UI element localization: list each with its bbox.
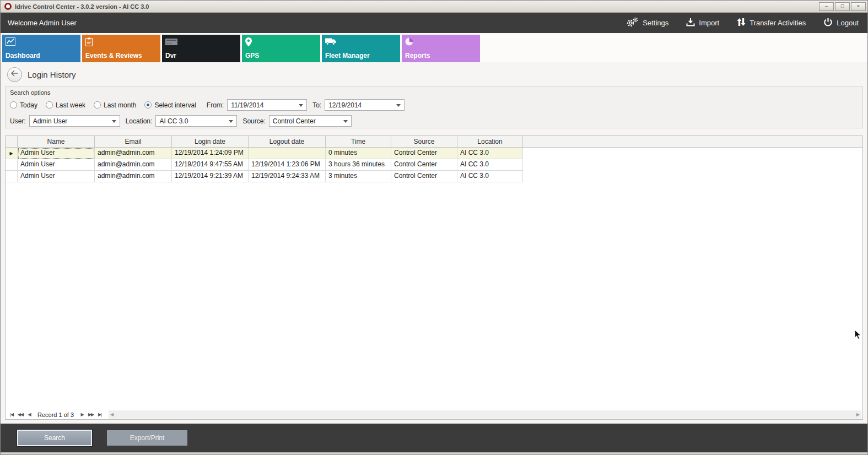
cell-logout-date[interactable]: 12/19/2014 1:23:06 PM [249,159,326,171]
user-dropdown[interactable]: Admin User [29,115,120,127]
source-dropdown[interactable]: Control Center [269,115,352,127]
column-header-logout-date[interactable]: Logout date [249,136,326,147]
tile-reports-label: Reports [405,52,430,59]
horizontal-scrollbar[interactable]: ◀ ▶ [109,410,861,419]
maximize-button[interactable]: □ [835,2,850,11]
tile-gps-label: GPS [245,52,259,59]
cell-source[interactable]: Control Center [391,171,457,182]
cell-login-date[interactable]: 12/19/2014 9:47:55 AM [172,159,249,171]
to-label: To: [312,101,321,109]
radio-last-month[interactable]: Last month [94,101,136,109]
radio-select-interval[interactable]: Select interval [144,101,196,109]
settings-button[interactable]: Settings [626,17,668,29]
close-button[interactable]: × [851,2,866,11]
radio-last-week-circle[interactable] [46,101,53,109]
transfer-activities-button[interactable]: Transfer Activities [737,18,806,28]
grid-empty-area [6,182,862,410]
column-header-name[interactable]: Name [18,136,95,147]
truck-icon [325,37,337,47]
back-button[interactable] [7,67,22,82]
window-title: Idrive Control Center - 3.0.2 version - … [15,3,149,10]
from-label: From: [207,101,224,109]
map-pin-icon [245,37,252,49]
source-label: Source: [242,117,265,125]
record-count-label: Record 1 of 3 [37,411,74,418]
tile-dvr[interactable]: Dvr [162,35,240,62]
tile-dvr-label: Dvr [165,52,176,59]
cell-login-date[interactable]: 12/19/2014 1:24:09 PM [172,148,249,159]
cell-logout-date[interactable]: 12/19/2014 9:24:33 AM [249,171,326,182]
export-print-button[interactable]: Export/Print [107,430,187,446]
settings-label: Settings [643,19,668,27]
gear-icon [626,17,639,29]
cell-source[interactable]: Control Center [391,159,457,171]
tile-reports[interactable]: Reports [402,35,480,62]
cell-time[interactable]: 3 hours 36 minutes [326,159,391,171]
prev-record-button[interactable]: ◀ [25,410,34,419]
row-filler [523,148,862,159]
next-page-button[interactable]: ▶▶ [87,410,95,419]
cell-email[interactable]: admin@admin.com [95,171,172,182]
user-label: User: [10,117,26,125]
tile-events-reviews[interactable]: Events & Reviews [82,35,160,62]
scroll-left-icon[interactable]: ◀ [110,412,114,417]
transfer-activities-label: Transfer Activities [750,19,806,27]
column-header-source[interactable]: Source [391,136,457,147]
search-button[interactable]: Search [17,430,92,446]
to-date-dropdown[interactable]: 12/19/2014 [325,99,405,111]
first-record-button[interactable]: |◀ [7,410,16,419]
prev-page-button[interactable]: ◀◀ [16,410,25,419]
radio-today[interactable]: Today [10,101,37,109]
tile-gps[interactable]: GPS [242,35,320,62]
cell-time[interactable]: 3 minutes [326,171,391,182]
radio-last-month-label: Last month [104,101,136,109]
tile-fleet-manager-label: Fleet Manager [325,52,370,59]
pie-chart-icon [405,37,413,48]
cell-logout-date[interactable] [249,148,326,159]
location-label: Location: [126,117,153,125]
last-record-button[interactable]: ▶| [95,410,104,419]
window-bottom-edge [1,452,867,454]
tile-events-reviews-label: Events & Reviews [85,52,142,59]
app-icon [4,3,12,10]
cell-name[interactable]: Admin User [18,148,95,159]
cell-location[interactable]: AI CC 3.0 [457,159,523,171]
from-date-dropdown[interactable]: 11/19/2014 [227,99,307,111]
tile-fleet-manager[interactable]: Fleet Manager [322,35,400,62]
radio-select-interval-circle[interactable] [144,101,152,109]
column-header-time[interactable]: Time [326,136,391,147]
search-options-row-1: Today Last week Last month Select interv… [10,99,858,111]
logout-button[interactable]: Logout [823,18,859,29]
cell-email[interactable]: admin@admin.com [95,148,172,159]
cell-name[interactable]: Admin User [18,171,95,182]
cell-time[interactable]: 0 minutes [326,148,391,159]
column-header-location[interactable]: Location [457,136,523,147]
radio-today-circle[interactable] [10,101,17,109]
column-header-email[interactable]: Email [95,136,172,147]
line-chart-icon [6,37,15,48]
table-row[interactable]: ▶ Admin User admin@admin.com 12/19/2014 … [6,148,862,159]
cell-location[interactable]: AI CC 3.0 [457,171,523,182]
minimize-button[interactable]: – [819,2,834,11]
import-icon [686,18,695,28]
tile-dashboard[interactable]: Dashboard [2,35,80,62]
cell-login-date[interactable]: 12/19/2014 9:21:39 AM [172,171,249,182]
cell-email[interactable]: admin@admin.com [95,159,172,171]
scroll-right-icon[interactable]: ▶ [856,412,860,417]
table-row[interactable]: Admin User admin@admin.com 12/19/2014 9:… [6,171,862,182]
import-label: Import [699,19,719,27]
import-button[interactable]: Import [686,18,719,28]
page-title: Login History [28,70,76,79]
grid-header-filler [523,136,862,147]
grid-header-indicator [6,136,18,147]
cell-name[interactable]: Admin User [18,159,95,171]
next-record-button[interactable]: ▶ [78,410,87,419]
cell-source[interactable]: Control Center [391,148,457,159]
location-dropdown[interactable]: AI CC 3.0 [155,115,237,127]
grid-header-row: Name Email Login date Logout date Time S… [6,136,862,148]
cell-location[interactable]: AI CC 3.0 [457,148,523,159]
radio-last-month-circle[interactable] [94,101,101,109]
table-row[interactable]: Admin User admin@admin.com 12/19/2014 9:… [6,159,862,171]
radio-last-week[interactable]: Last week [46,101,85,109]
column-header-login-date[interactable]: Login date [172,136,249,147]
